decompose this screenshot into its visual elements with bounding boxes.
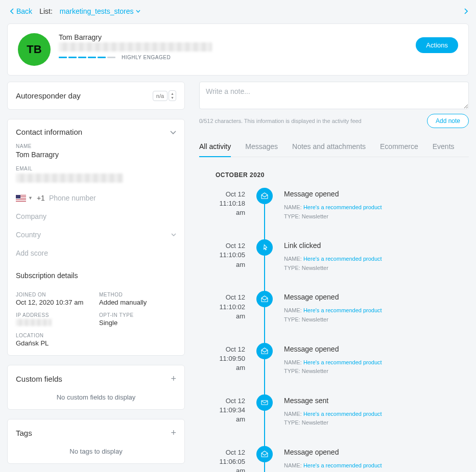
tags-title: Tags [16, 429, 32, 437]
list-label: List: [39, 7, 53, 15]
event-type-label: TYPE: [284, 316, 302, 322]
event-message-link[interactable]: Here's a recommended product [303, 204, 382, 210]
joined-label: JOINED ON [16, 292, 93, 297]
method-label: METHOD [99, 292, 176, 297]
event-time: Oct 1211:06:05am [216, 446, 245, 472]
event-name-label: NAME: [284, 307, 303, 313]
engagement-bars [59, 57, 115, 58]
event-type-label: TYPE: [284, 265, 302, 271]
location-label: LOCATION [16, 333, 93, 338]
event-type-value: Newsletter [302, 316, 328, 322]
stepper-arrows[interactable]: ▲▼ [169, 90, 176, 101]
custom-fields-title: Custom fields [16, 375, 62, 383]
topbar: Back List: marketing_tests_stores [0, 0, 476, 22]
list-name-text: marketing_tests_stores [60, 7, 134, 15]
country-select[interactable]: Country [16, 231, 176, 239]
name-label: NAME [16, 143, 176, 149]
score-input[interactable]: Add score [16, 249, 176, 257]
optin-label: OPT-IN TYPE [99, 312, 176, 318]
timeline-line [264, 307, 265, 343]
email-label: EMAIL [16, 166, 176, 171]
actions-button[interactable]: Actions [416, 37, 458, 53]
list-dropdown[interactable]: marketing_tests_stores [60, 7, 140, 15]
timeline-event: Oct 1211:10:18am Message opened NAME: He… [216, 188, 469, 239]
location-value: Gdańsk PL [16, 339, 93, 347]
timeline-line [264, 359, 265, 395]
link-click-icon [256, 239, 273, 256]
event-message-link[interactable]: Here's a recommended product [303, 462, 382, 468]
tags-panel: Tags + No tags to display [7, 419, 185, 464]
event-title: Link clicked [284, 241, 382, 250]
tab-all-activity[interactable]: All activity [199, 142, 231, 157]
event-type-value: Newsletter [302, 419, 328, 426]
event-title: Message opened [284, 448, 382, 456]
note-textarea[interactable] [199, 82, 469, 109]
tab-ecommerce[interactable]: Ecommerce [380, 142, 418, 157]
add-note-button[interactable]: Add note [427, 114, 469, 128]
event-name-label: NAME: [284, 411, 303, 417]
event-time: Oct 1211:09:50am [216, 343, 245, 373]
back-label: Back [16, 7, 32, 15]
event-title: Message sent [284, 396, 382, 405]
event-time: Oct 1211:10:05am [216, 239, 245, 269]
phone-input[interactable]: ▼ +1 Phone number [16, 194, 176, 202]
custom-fields-panel: Custom fields + No custom fields to disp… [7, 365, 185, 410]
contact-meta: Tom Barragry HIGHLY ENGAGED [59, 33, 212, 60]
chevron-right-icon[interactable] [464, 8, 468, 14]
event-type-label: TYPE: [284, 368, 302, 374]
timeline-line [264, 411, 265, 447]
method-value: Added manually [99, 299, 176, 306]
optin-value: Single [99, 319, 176, 327]
activity-timeline: OCTOBER 2020 Oct 1211:10:18am Message op… [199, 171, 469, 472]
event-title: Message opened [284, 190, 382, 198]
mail-open-icon [256, 291, 273, 307]
collapse-toggle[interactable] [170, 128, 176, 136]
event-message-link[interactable]: Here's a recommended product [303, 307, 382, 313]
mail-open-icon [256, 188, 273, 204]
stepper-value: n/a [153, 91, 168, 101]
timeline-event: Oct 1211:09:34am Message sent NAME: Here… [216, 394, 469, 446]
engagement-label: HIGHLY ENGAGED [122, 55, 171, 60]
mail-send-icon [256, 394, 273, 411]
ip-label: IP ADDRESS [16, 312, 93, 318]
ip-redacted [16, 319, 52, 326]
timeline-event: Oct 1211:10:05am Link clicked NAME: Here… [216, 239, 469, 291]
joined-value: Oct 12, 2020 10:37 am [16, 299, 93, 306]
timeline-event: Oct 1211:10:02am Message opened NAME: He… [216, 291, 469, 342]
event-name-label: NAME: [284, 204, 303, 210]
event-title: Message opened [284, 345, 382, 353]
autoresponder-panel: Autoresponder day n/a ▲▼ [7, 82, 185, 110]
tab-events[interactable]: Events [433, 142, 455, 157]
tab-notes[interactable]: Notes and attachments [292, 142, 366, 157]
note-counter: 0/512 characters. This information is di… [199, 118, 362, 124]
us-flag-icon [16, 195, 26, 202]
autoresponder-title: Autoresponder day [16, 91, 81, 100]
email-redacted [16, 173, 123, 183]
phone-placeholder: Phone number [49, 194, 96, 202]
caret-down-icon [136, 10, 140, 13]
timeline-month: OCTOBER 2020 [216, 171, 469, 179]
mail-open-icon [256, 343, 273, 359]
flag-dropdown-icon: ▼ [28, 195, 33, 201]
event-name-label: NAME: [284, 359, 303, 365]
contact-name: Tom Barragry [59, 33, 212, 41]
activity-tabs: All activity Messages Notes and attachme… [199, 142, 469, 157]
event-message-link[interactable]: Here's a recommended product [303, 359, 382, 365]
autoresponder-stepper[interactable]: n/a ▲▼ [153, 90, 176, 101]
custom-fields-empty: No custom fields to display [16, 393, 176, 401]
phone-code: +1 [37, 194, 45, 202]
contact-info-title: Contact information [16, 128, 82, 136]
contact-info-panel: Contact information NAME Tom Barragry EM… [7, 119, 185, 356]
add-custom-field-button[interactable]: + [171, 374, 176, 384]
event-message-link[interactable]: Here's a recommended product [303, 256, 382, 262]
event-time: Oct 1211:09:34am [216, 394, 245, 425]
tab-messages[interactable]: Messages [245, 142, 278, 157]
company-input[interactable]: Company [16, 212, 176, 220]
back-button[interactable]: Back [10, 7, 32, 15]
event-type-label: TYPE: [284, 213, 302, 219]
event-name-label: NAME: [284, 462, 303, 468]
add-tag-button[interactable]: + [171, 428, 176, 438]
redacted-email [59, 42, 212, 52]
event-time: Oct 1211:10:02am [216, 291, 245, 321]
event-message-link[interactable]: Here's a recommended product [303, 411, 382, 417]
